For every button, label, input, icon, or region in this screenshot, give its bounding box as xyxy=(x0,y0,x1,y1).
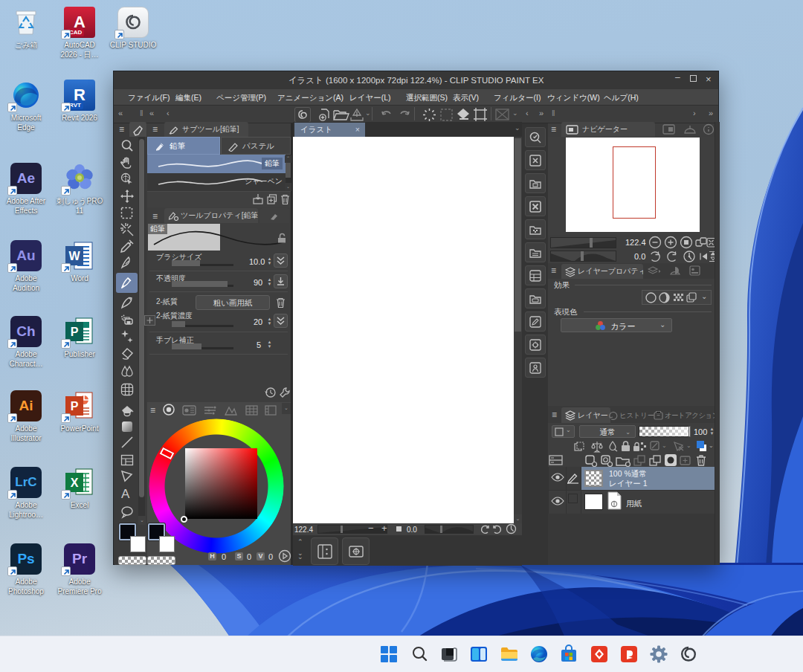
svg-text:X: X xyxy=(71,476,79,489)
svg-text:P: P xyxy=(71,400,79,413)
svg-text:W: W xyxy=(68,250,80,262)
svg-text:P: P xyxy=(71,326,79,338)
